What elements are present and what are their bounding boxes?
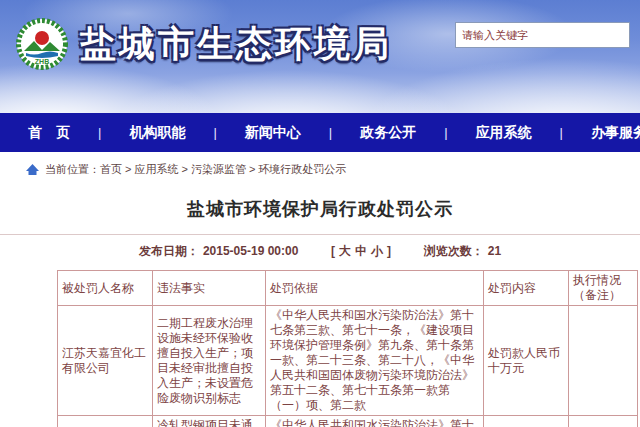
nav-separator: |: [329, 125, 332, 140]
page-title: 盐城市环境保护局行政处罚公示: [0, 197, 640, 221]
table-row: 江苏天嘉宜化工有限公司 二期工程废水治理设施未经环保验收擅自投入生产；项目未经审…: [58, 306, 638, 416]
font-size-bracket: [: [331, 244, 335, 258]
font-size-small-button[interactable]: 小: [371, 244, 383, 258]
nav-separator: |: [213, 125, 216, 140]
publish-date-value: 2015-05-19 00:00: [203, 244, 298, 258]
col-header-facts: 违法事实: [153, 271, 266, 306]
cell-basis: 《中华人民共和国水污染防治法》第十七条第三款、第二十二条、第七十一条、第七十五条…: [266, 416, 484, 427]
nav-item-home[interactable]: 首 页: [14, 124, 84, 142]
article-meta: 发布日期：2015-05-19 00:00 [大中小] 浏览次数：21: [0, 235, 640, 266]
cell-name: 盐城钢管厂有限公司: [58, 416, 153, 427]
cell-name: 江苏天嘉宜化工有限公司: [58, 306, 153, 416]
col-header-penalty: 处罚内容: [484, 271, 569, 306]
breadcrumb-separator: >: [249, 163, 255, 175]
cell-facts: 二期工程废水治理设施未经环保验收擅自投入生产；项目未经审批擅自投入生产；未设置危…: [153, 306, 266, 416]
col-header-name: 被处罚人名称: [58, 271, 153, 306]
cell-penalty: 处罚人民币二十万元整: [484, 416, 569, 427]
site-title: 盐城市生态环境局: [80, 20, 392, 69]
cell-facts: 冷轧型钢项目未通过验收投入生产，私设排污口和暗管: [153, 416, 266, 427]
col-header-basis: 处罚依据: [266, 271, 484, 306]
home-icon: [26, 164, 39, 175]
cell-basis: 《中华人民共和国水污染防治法》第十七条第三款、第七十一条，《建设项目环境保护管理…: [266, 306, 484, 416]
views-count: 21: [488, 244, 501, 258]
breadcrumb-item-current[interactable]: 环境行政处罚公示: [258, 162, 346, 177]
bureau-logo-icon: ZHB: [16, 18, 68, 70]
nav-separator: |: [444, 125, 447, 140]
font-size-medium-button[interactable]: 中: [355, 244, 367, 258]
views-label: 浏览次数：: [424, 244, 484, 258]
penalty-table-zone: 被处罚人名称 违法事实 处罚依据 处罚内容 执行情况（备注） 江苏天嘉宜化工有限…: [0, 266, 640, 427]
col-header-status: 执行情况（备注）: [569, 271, 638, 306]
nav-item-functions[interactable]: 机构职能: [115, 124, 199, 142]
breadcrumb: 当前位置： 首页 > 应用系统 > 污染源监管 > 环境行政处罚公示: [0, 152, 640, 186]
site-header: ZHB 盐城市生态环境局: [0, 0, 640, 113]
breadcrumb-item-pollution[interactable]: 污染源监管: [191, 162, 246, 177]
nav-item-news[interactable]: 新闻中心: [231, 124, 315, 142]
main-nav: 首 页 | 机构职能 | 新闻中心 | 政务公开 | 应用系统 | 办事服务 |…: [0, 113, 640, 152]
cell-penalty: 处罚款人民币十万元: [484, 306, 569, 416]
site-brand: ZHB 盐城市生态环境局: [16, 18, 392, 70]
cell-status: [569, 416, 638, 427]
nav-item-apps[interactable]: 应用系统: [462, 124, 546, 142]
font-size-large-button[interactable]: 大: [339, 244, 351, 258]
breadcrumb-separator: >: [125, 163, 131, 175]
svg-text:ZHB: ZHB: [35, 58, 49, 65]
nav-separator: |: [560, 125, 563, 140]
search-box: [455, 22, 630, 48]
breadcrumb-separator: >: [181, 163, 187, 175]
cell-status: [569, 306, 638, 416]
search-input[interactable]: [455, 22, 630, 48]
nav-item-services[interactable]: 办事服务: [577, 124, 640, 142]
breadcrumb-prefix: 当前位置：: [45, 162, 100, 177]
nav-separator: |: [98, 125, 101, 140]
font-size-bracket: ]: [387, 244, 391, 258]
table-header-row: 被处罚人名称 违法事实 处罚依据 处罚内容 执行情况（备注）: [58, 271, 638, 306]
article-header: 盐城市环境保护局行政处罚公示: [0, 186, 640, 235]
table-row: 盐城钢管厂有限公司 冷轧型钢项目未通过验收投入生产，私设排污口和暗管 《中华人民…: [58, 416, 638, 427]
publish-date-label: 发布日期：: [139, 244, 199, 258]
breadcrumb-item-home[interactable]: 首页: [100, 162, 122, 177]
nav-item-gov-info[interactable]: 政务公开: [346, 124, 430, 142]
penalty-table: 被处罚人名称 违法事实 处罚依据 处罚内容 执行情况（备注） 江苏天嘉宜化工有限…: [57, 270, 638, 427]
breadcrumb-item-apps[interactable]: 应用系统: [134, 162, 178, 177]
